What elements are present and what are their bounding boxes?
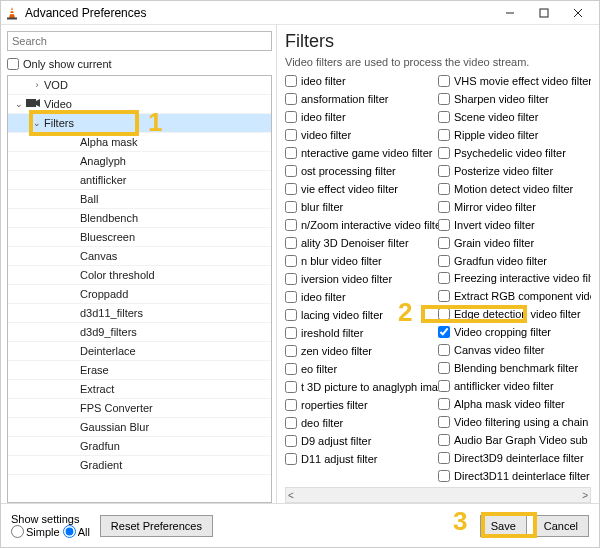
tree-item[interactable]: Extract [8,380,271,399]
tree-item[interactable]: Erase [8,361,271,380]
filter-checkbox[interactable] [438,93,450,105]
filter-checkbox[interactable] [438,201,450,213]
tree-item[interactable]: ⌄Filters [8,114,271,133]
svg-rect-5 [540,9,548,17]
cancel-button[interactable]: Cancel [533,515,589,537]
filter-checkbox[interactable] [285,75,297,87]
tree-item[interactable]: Ball [8,190,271,209]
filter-checkbox[interactable] [285,273,297,285]
filter-checkbox[interactable] [438,237,450,249]
filters-list: ideo filteransformation filterideo filte… [285,72,591,485]
filter-checkbox[interactable] [285,381,297,393]
tree-item[interactable]: Alpha mask [8,133,271,152]
filter-checkbox[interactable] [438,165,450,177]
filter-label: t 3D picture to anaglyph image video fil… [301,381,438,393]
filter-label: vie effect video filter [301,183,398,195]
filter-checkbox[interactable] [438,380,450,392]
tree-item[interactable]: Canvas [8,247,271,266]
filter-checkbox[interactable] [285,255,297,267]
filter-checkbox[interactable] [285,363,297,375]
filter-checkbox[interactable] [285,399,297,411]
tree-item[interactable]: Croppadd [8,285,271,304]
filter-row: deo filter [285,414,438,432]
filter-checkbox[interactable] [438,344,450,356]
tree-item[interactable]: Anaglyph [8,152,271,171]
filter-checkbox[interactable] [285,147,297,159]
radio-simple-label[interactable]: Simple [11,525,60,538]
maximize-button[interactable] [527,2,561,24]
filter-row: ireshold filter [285,324,438,342]
tree-item[interactable]: FPS Converter [8,399,271,418]
filter-checkbox[interactable] [438,416,450,428]
filter-checkbox[interactable] [285,165,297,177]
filter-checkbox[interactable] [285,201,297,213]
tree-item[interactable]: antiflicker [8,171,271,190]
tree-item[interactable]: ⌄Video [8,95,271,114]
tree-item[interactable]: Gradfun [8,437,271,456]
tree-item[interactable]: Gaussian Blur [8,418,271,437]
filter-checkbox[interactable] [285,129,297,141]
filter-row: VHS movie effect video filter [438,72,591,90]
radio-simple[interactable] [11,525,24,538]
tree-item-label: Anaglyph [80,155,126,167]
filter-label: Mirror video filter [454,201,536,213]
tree-item-label: Filters [44,117,74,129]
filter-checkbox[interactable] [438,434,450,446]
filter-checkbox[interactable] [285,291,297,303]
tree-item[interactable]: Color threshold [8,266,271,285]
filter-checkbox[interactable] [438,255,450,267]
body: Only show current ›VOD⌄Video⌄FiltersAlph… [1,25,599,503]
filter-checkbox[interactable] [438,290,450,302]
filter-checkbox[interactable] [438,111,450,123]
reset-preferences-button[interactable]: Reset Preferences [100,515,213,537]
radio-all[interactable] [63,525,76,538]
tree-item[interactable]: d3d9_filters [8,323,271,342]
tree-item[interactable]: ›VOD [8,76,271,95]
filter-row: video filter [285,126,438,144]
filter-checkbox[interactable] [285,111,297,123]
filter-checkbox[interactable] [438,219,450,231]
filter-checkbox[interactable] [438,326,450,338]
filter-label: video filter [301,129,351,141]
filter-checkbox[interactable] [285,327,297,339]
filter-checkbox[interactable] [285,309,297,321]
tree-item-label: VOD [44,79,68,91]
tree-item-label: Color threshold [80,269,155,281]
filter-checkbox[interactable] [285,435,297,447]
filter-checkbox[interactable] [438,272,450,284]
tree-item[interactable]: d3d11_filters [8,304,271,323]
filter-checkbox[interactable] [438,308,450,320]
tree-item[interactable]: Bluescreen [8,228,271,247]
tree-item[interactable]: Gradient [8,456,271,475]
tree-item[interactable]: Deinterlace [8,342,271,361]
filter-checkbox[interactable] [285,219,297,231]
titlebar: Advanced Preferences [1,1,599,25]
only-show-current-checkbox[interactable] [7,58,19,70]
minimize-button[interactable] [493,2,527,24]
search-input[interactable] [7,31,272,51]
filter-checkbox[interactable] [285,183,297,195]
filter-checkbox[interactable] [285,345,297,357]
filter-checkbox[interactable] [438,452,450,464]
save-button[interactable]: Save [480,515,527,537]
filter-label: deo filter [301,417,343,429]
filter-checkbox[interactable] [438,183,450,195]
filter-checkbox[interactable] [438,398,450,410]
filter-checkbox[interactable] [438,75,450,87]
filter-checkbox[interactable] [438,129,450,141]
filter-checkbox[interactable] [438,147,450,159]
filter-label: Edge detection video filter [454,308,581,320]
filter-checkbox[interactable] [285,417,297,429]
filter-checkbox[interactable] [285,453,297,465]
preferences-tree[interactable]: ›VOD⌄Video⌄FiltersAlpha maskAnaglyphanti… [7,75,272,503]
filter-checkbox[interactable] [438,362,450,374]
filter-label: VHS movie effect video filter [454,75,591,87]
close-button[interactable] [561,2,595,24]
filter-checkbox[interactable] [285,93,297,105]
filter-checkbox[interactable] [438,470,450,482]
filter-row: ansformation filter [285,90,438,108]
tree-item[interactable]: Blendbench [8,209,271,228]
horizontal-scrollbar[interactable]: < > [285,487,591,503]
filter-checkbox[interactable] [285,237,297,249]
radio-all-label[interactable]: All [63,525,90,538]
